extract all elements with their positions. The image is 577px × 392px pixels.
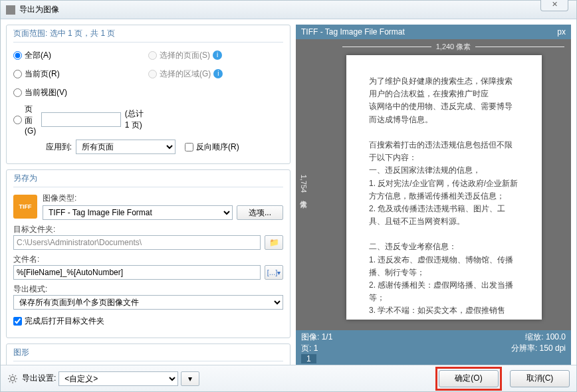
content-area: 页面范围: 选中 1 页，共 1 页 全部(A) 当前页(R) 当前视图(V) …: [1, 19, 576, 365]
preview-header: TIFF - Tag Image File Format px: [296, 25, 571, 39]
gear-icon: [7, 373, 18, 384]
dest-folder-label: 目标文件夹:: [13, 224, 283, 235]
svg-point-0: [11, 377, 15, 381]
export-mode-label: 导出模式:: [13, 284, 283, 295]
reverse-order-checkbox[interactable]: 反向顺序(R): [185, 142, 239, 153]
page-range-group: 页面范围: 选中 1 页，共 1 页 全部(A) 当前页(R) 当前视图(V) …: [6, 25, 290, 164]
preview-resolution: 分辨率: 150 dpi: [511, 343, 566, 354]
browse-folder-button[interactable]: 📁: [265, 235, 283, 250]
tiff-icon: TIFF: [13, 195, 37, 219]
left-panel: 页面范围: 选中 1 页，共 1 页 全部(A) 当前页(R) 当前视图(V) …: [6, 25, 290, 365]
filename-input[interactable]: [13, 265, 261, 280]
image-count: 图像: 1/1: [301, 332, 332, 342]
preview-zoom: 缩放: 100.0: [525, 332, 566, 343]
window-title: 导出为图像: [19, 4, 59, 15]
graphics-title: 图形: [13, 347, 283, 361]
preview-footer: 图像: 1/1 缩放: 100.0 页: 1 分辨率: 150 dpi 1: [296, 330, 571, 365]
ok-highlight: 确定(O): [435, 367, 502, 391]
radio-current-view[interactable]: 当前视图(V): [13, 87, 67, 98]
options-button[interactable]: 选项...: [237, 205, 283, 220]
export-mode-select[interactable]: 保存所有页面到单个多页图像文件: [13, 295, 283, 310]
filename-label: 文件名:: [13, 254, 283, 265]
preview-format: TIFF - Tag Image File Format: [301, 27, 405, 37]
image-type-select[interactable]: TIFF - Tag Image File Format: [43, 205, 233, 220]
footer: 导出设置: <自定义> ▾ 确定(O) 取消(C): [1, 365, 576, 391]
settings-menu-button[interactable]: ▾: [181, 371, 199, 386]
pages-input[interactable]: [41, 112, 121, 127]
radio-selected-area[interactable]: 选择的区域(G): [148, 68, 211, 80]
ruler-height: 1,754 像素: [298, 175, 308, 195]
info-icon[interactable]: i: [213, 69, 223, 78]
info-icon[interactable]: i: [213, 50, 222, 60]
export-settings-label: 导出设置:: [22, 373, 56, 384]
dest-folder-input: [13, 235, 261, 250]
export-settings-select[interactable]: <自定义>: [58, 371, 178, 386]
close-button[interactable]: ✕: [540, 0, 568, 11]
total-label: (总计 1 页): [125, 108, 148, 131]
radio-pages[interactable]: 页面(G): [13, 104, 37, 136]
ok-button[interactable]: 确定(O): [439, 370, 499, 387]
image-type-label: 图像类型:: [43, 193, 283, 204]
filename-macro-button[interactable]: […]▾: [265, 265, 283, 280]
export-image-dialog: 导出为图像 ✕ 页面范围: 选中 1 页，共 1 页 全部(A) 当前页(R) …: [0, 0, 577, 392]
apply-to-label: 应用到:: [13, 142, 72, 153]
app-icon: [6, 5, 15, 15]
radio-selected-pages[interactable]: 选择的页面(S): [148, 50, 210, 61]
graphics-group: 图形 页面缩放: 100% 水平分辨率 150 dpi ┐ 页面背景: ▾ 垂直…: [6, 343, 290, 365]
save-as-title: 另存为: [13, 173, 283, 187]
apply-to-select[interactable]: 所有页面: [76, 140, 175, 154]
page-indicator[interactable]: 1: [301, 354, 316, 363]
ruler-width: 1,240 像素: [342, 42, 564, 52]
preview-px: px: [557, 27, 566, 37]
radio-all[interactable]: 全部(A): [13, 50, 51, 61]
page-no: 页: 1: [301, 343, 318, 353]
preview-page: 为了维护良好健康的搜索生态，保障搜索用户的合法权益，在搜索推广时应该网络中的使用…: [346, 55, 542, 320]
save-as-group: 另存为 TIFF 图像类型: TIFF - Tag Image File For…: [6, 169, 290, 338]
cancel-button[interactable]: 取消(C): [510, 370, 570, 387]
page-range-title: 页面范围: 选中 1 页，共 1 页: [13, 28, 283, 43]
open-after-checkbox[interactable]: 完成后打开目标文件夹: [13, 316, 104, 327]
preview-body: 1,240 像素 1,754 像素 为了维护良好健康的搜索生态，保障搜索用户的合…: [296, 39, 571, 330]
preview-panel: TIFF - Tag Image File Format px 1,240 像素…: [296, 25, 571, 365]
titlebar: 导出为图像 ✕: [1, 1, 576, 19]
radio-current-page[interactable]: 当前页(R): [13, 68, 60, 80]
